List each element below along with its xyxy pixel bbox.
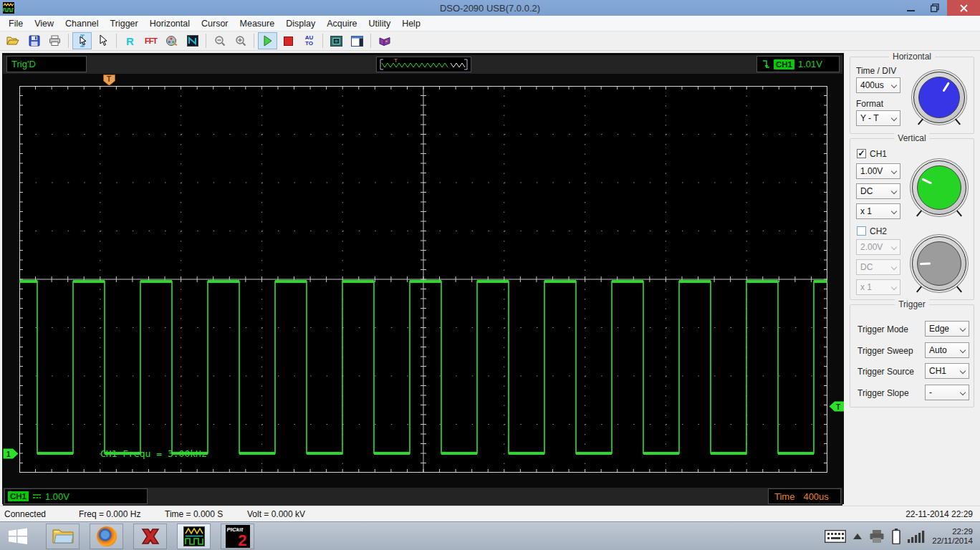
menu-horizontal[interactable]: Horizontal <box>144 17 196 30</box>
vertical-group: Vertical ✓ CH1 1.00V DC x 1 CH2 <box>850 138 974 300</box>
taskbar-firefox[interactable] <box>90 524 123 549</box>
arrow-pointer-icon <box>98 34 108 47</box>
taskbar-dso-app[interactable] <box>177 524 211 549</box>
taskbar-pickit2[interactable]: PICkit 2 <box>221 524 254 549</box>
clock-date: 22/11/2014 <box>932 536 973 546</box>
menu-file[interactable]: File <box>3 17 29 30</box>
pointer-tool-button[interactable] <box>93 32 112 49</box>
fullscreen-button[interactable] <box>327 32 346 49</box>
stop-acquisition-button[interactable] <box>279 32 298 49</box>
horizontal-position-marker[interactable]: T <box>103 74 115 86</box>
red-x-icon <box>140 526 161 546</box>
zoom-out-button[interactable] <box>210 32 229 49</box>
close-button[interactable] <box>947 0 980 16</box>
channel1-volts-per-div: 1.00V <box>45 491 69 502</box>
play-icon <box>263 35 273 47</box>
horizontal-position-knob[interactable] <box>913 72 965 123</box>
ch1-volts-select[interactable]: 1.00V <box>856 163 900 179</box>
ch2-enable-checkbox[interactable] <box>857 226 866 236</box>
connection-status: Connected <box>4 509 46 519</box>
chevron-down-icon <box>960 347 966 353</box>
taskbar-file-explorer[interactable] <box>46 524 80 549</box>
scope-display[interactable]: CH1 Frequ = 3.00kHz <box>19 85 828 473</box>
record-button[interactable] <box>162 32 181 49</box>
file-explorer-icon <box>52 527 75 546</box>
invert-button[interactable] <box>183 32 202 49</box>
ch1-enable-checkbox[interactable]: ✓ <box>857 149 866 158</box>
menu-display[interactable]: Display <box>280 17 321 30</box>
open-button[interactable] <box>4 32 23 49</box>
touch-keyboard-icon[interactable] <box>825 530 846 543</box>
control-panel: Horizontal Time / DIV 400us Format Y - T… <box>844 51 980 506</box>
ch1-position-knob[interactable] <box>912 160 966 215</box>
help-button[interactable] <box>375 32 394 49</box>
restore-button[interactable] <box>923 0 947 16</box>
main-area: Trig'D T CH1 1.01V T <box>0 51 980 506</box>
trigger-mode-select[interactable]: Edge <box>925 321 969 337</box>
network-signal-icon[interactable] <box>908 530 925 543</box>
panel-layout-button[interactable] <box>347 32 367 49</box>
time-div-select[interactable]: 400us <box>856 77 900 93</box>
save-button[interactable] <box>24 32 44 49</box>
battery-icon[interactable] <box>892 529 900 544</box>
zoom-in-button[interactable] <box>231 32 250 49</box>
printer-tray-icon[interactable] <box>869 529 885 544</box>
toolbar-separator <box>68 34 69 48</box>
trigger-level-marker[interactable]: T <box>829 401 845 412</box>
titlebar[interactable]: DSO-2090 USB(7.0.0.2) <box>0 0 980 16</box>
record-preview[interactable]: T <box>376 57 471 72</box>
trigger-slope-select[interactable]: - <box>925 385 969 400</box>
menu-trigger[interactable]: Trigger <box>105 17 144 30</box>
minimize-button[interactable] <box>898 0 923 16</box>
taskbar-clock[interactable]: 22:29 22/11/2014 <box>932 527 973 546</box>
menu-measure[interactable]: Measure <box>234 17 281 30</box>
ch1-coupling-select[interactable]: DC <box>856 183 900 199</box>
chevron-down-icon <box>891 208 897 214</box>
trigger-slope-label: Trigger Slope <box>858 388 909 398</box>
menu-acquire[interactable]: Acquire <box>321 17 362 30</box>
knob-indicator <box>942 82 949 92</box>
taskbar-mplab[interactable] <box>133 524 167 549</box>
zoom-in-icon <box>235 35 246 47</box>
zoom-out-icon <box>214 35 226 47</box>
trigger-level-readout: CH1 1.01V <box>756 56 840 72</box>
print-button[interactable] <box>45 32 64 49</box>
window-layout-icon <box>351 36 363 47</box>
format-select[interactable]: Y - T <box>856 110 900 126</box>
menubar: File View Channel Trigger Horizontal Cur… <box>0 16 980 32</box>
refresh-r-button[interactable]: R <box>120 32 140 49</box>
toolbar-separator <box>116 34 117 48</box>
menu-utility[interactable]: Utility <box>363 17 397 30</box>
freq-annotation: CH1 Frequ = 3.00kHz <box>100 448 207 459</box>
cursor-tool-button[interactable] <box>72 32 92 49</box>
menu-help[interactable]: Help <box>396 17 426 30</box>
film-reel-icon <box>165 35 178 47</box>
chevron-down-icon <box>891 115 897 121</box>
autoset-button[interactable]: AUTO <box>299 32 319 49</box>
taskbar: PICkit 2 <box>0 521 980 550</box>
trigger-sweep-select[interactable]: Auto <box>925 342 969 358</box>
menu-view[interactable]: View <box>29 17 59 30</box>
menu-cursor[interactable]: Cursor <box>196 17 234 30</box>
ch2-coupling-select[interactable]: DC <box>856 259 900 275</box>
trigger-source-select[interactable]: CH1 <box>925 363 969 379</box>
chevron-down-icon <box>891 188 897 194</box>
show-hidden-icons-arrow[interactable] <box>853 534 862 539</box>
ch2-probe-select[interactable]: x 1 <box>856 279 900 295</box>
menu-channel[interactable]: Channel <box>59 17 105 30</box>
ch1-probe-select[interactable]: x 1 <box>856 203 900 219</box>
svg-text:T: T <box>836 403 840 411</box>
ch2-position-knob[interactable] <box>912 236 966 291</box>
ch2-volts-select[interactable]: 2.00V <box>856 239 900 255</box>
time-status: Time = 0.000 S <box>165 509 223 519</box>
chevron-down-icon <box>960 390 966 395</box>
format-label: Format <box>856 99 883 109</box>
trigger-group-title: Trigger <box>895 299 929 309</box>
statusbar-datetime: 22-11-2014 22:29 <box>905 509 973 519</box>
system-tray: 22:29 22/11/2014 <box>825 522 980 550</box>
fft-button[interactable]: FFT <box>141 32 160 49</box>
channel1-position-marker[interactable]: 1 <box>3 448 19 459</box>
vertical-cursor-icon <box>77 34 88 47</box>
start-button[interactable] <box>0 522 36 550</box>
start-acquisition-button[interactable] <box>258 32 277 49</box>
